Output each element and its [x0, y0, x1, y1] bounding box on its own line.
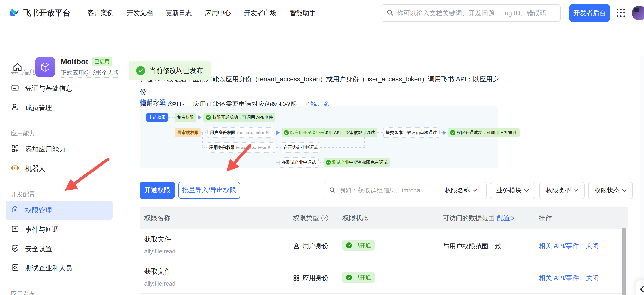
sidebar-item-security[interactable]: 安全设置: [6, 239, 112, 258]
flow-node-submit-review: 提交版本，管理员审核通过: [383, 128, 440, 138]
person-add-icon: [11, 103, 19, 113]
vertical-scrollbar[interactable]: [622, 227, 626, 295]
main-content: 权限管理 开通 API 权限后，应用才能以应用身份（tenant_access_…: [119, 56, 640, 295]
flow-success-text: 权限开通成功，可调用 API/事件: [457, 130, 517, 136]
search-field-label: 权限名称: [445, 186, 470, 195]
app-icon[interactable]: [35, 57, 55, 77]
status-label: 已开通: [354, 274, 371, 281]
filter-permission-type[interactable]: 权限类型: [539, 182, 585, 199]
nav-menu: 客户案例 开发文档 更新日志 应用中心 开发者广场 智能助手: [88, 9, 316, 18]
sidebar-item-members[interactable]: 成员管理: [6, 98, 112, 117]
test-free-text: 测试企业中所有权限免审调试: [332, 159, 388, 165]
global-search-box[interactable]: [381, 4, 561, 22]
nav-item-changelog[interactable]: 更新日志: [166, 9, 192, 18]
filter-business-module[interactable]: 业务模块: [490, 182, 535, 199]
tenant-token-code: tenant_access_token: [236, 146, 266, 149]
flow-connector: [320, 147, 365, 148]
flow-success-text: 权限开通成功，可调用 API/事件: [212, 114, 273, 120]
developer-console-button[interactable]: 开发者后台: [570, 4, 610, 22]
sidebar-item-add-capability[interactable]: 添加应用能力: [6, 140, 112, 159]
publish-status-pill: 当前修改均已发布: [128, 61, 211, 80]
sidebar-section-dev-config: 开发配置: [11, 190, 119, 198]
sidebar-item-label: 机器人: [25, 164, 46, 173]
sidebar-divider: [11, 284, 108, 284]
flow-connector: [201, 132, 207, 133]
check-circle-icon: [346, 274, 352, 280]
flow-connector: [170, 117, 171, 133]
feishu-logo[interactable]: 飞书开放平台: [9, 8, 70, 19]
flow-node-test-free: 测试企业中所有权限免审调试: [324, 158, 390, 167]
search-icon: [386, 9, 394, 17]
nav-item-dev-square[interactable]: 开发者广场: [244, 9, 276, 18]
user-avatar[interactable]: [632, 6, 644, 21]
sidebar-section-release: 应用发布: [11, 290, 119, 295]
related-api-link[interactable]: 相关 API/事件: [539, 241, 579, 250]
flow-row-3: 应用身份权限 tenant_access_token 调用 在正式企业中调试: [206, 142, 365, 153]
collapse-intro-link[interactable]: 收起介绍: [140, 98, 173, 107]
shield-check-icon: [11, 244, 19, 254]
global-search-input[interactable]: [397, 10, 555, 17]
flow-node-success-1: 权限开通成功，可调用 API/事件: [203, 113, 275, 122]
sidebar-item-permissions[interactable]: 权限管理: [6, 201, 112, 220]
nav-item-ai-assistant[interactable]: 智能助手: [290, 9, 316, 18]
filter-label: 权限类型: [546, 186, 571, 195]
chevron-up-icon: [168, 99, 173, 106]
home-icon[interactable]: [12, 62, 22, 72]
permission-name[interactable]: 获取文件: [144, 235, 171, 245]
table-row: 获取文件 aily:file:read 用户身份 已开通: [140, 229, 628, 261]
filter-permission-status[interactable]: 权限状态: [588, 182, 633, 199]
close-permission-link[interactable]: 关闭: [586, 274, 599, 283]
column-header-scope: 可访问的数据范围 配置: [443, 207, 514, 229]
scope-config-link[interactable]: 配置: [497, 214, 514, 223]
flow-node-dev-identity: 以应用开发者身份调用 API，免审核即可调试: [282, 128, 377, 137]
open-permission-button[interactable]: 开通权限: [140, 182, 175, 199]
apps-grid-icon[interactable]: [616, 9, 626, 18]
sidebar-item-bot[interactable]: 机器人: [6, 159, 112, 178]
nav-item-docs[interactable]: 开发文档: [127, 9, 153, 18]
help-icon[interactable]: ?: [321, 215, 328, 221]
table-header: 权限名称 权限类型 ? 权限状态 可访问的数据范围 配置 操作: [140, 207, 628, 229]
column-header-actions: 操作: [539, 207, 552, 229]
tenant-token-suffix: 调用: [267, 145, 274, 150]
sidebar-item-events[interactable]: 事件与回调: [6, 220, 112, 239]
permission-status-cell: 已开通: [342, 272, 374, 283]
app-identity-icon: [293, 275, 300, 281]
id-card-icon: [11, 83, 19, 94]
briefcase-lock-icon: [11, 205, 19, 215]
flow-node-user-identity: 用户身份权限 user_access_token 调用: [207, 128, 274, 138]
expand-panel-button[interactable]: [636, 280, 644, 295]
permission-search-box[interactable]: 权限名称: [324, 182, 487, 199]
permission-name[interactable]: 获取文件: [144, 267, 171, 277]
flow-node-formal-debug: 在正式企业中调试: [281, 142, 320, 153]
permission-code: aily:file:read: [144, 280, 176, 287]
flow-arrow-icon: [443, 130, 446, 135]
sidebar-item-credentials[interactable]: 凭证与基础信息: [6, 79, 112, 98]
flow-connector: [319, 162, 324, 163]
flow-node-apply: 申请权限: [146, 113, 168, 122]
permission-flow-diagram: 申请权限 免审权限 权限开通成功，可调用 API/事件 需审核权限 用户身份权限…: [140, 106, 498, 168]
sidebar: 基础信息 凭证与基础信息 成员管理 应用能力: [0, 56, 119, 295]
nav-item-app-center[interactable]: 应用中心: [205, 9, 231, 18]
batch-import-export-button[interactable]: 批量导入/导出权限: [178, 182, 240, 199]
sidebar-item-label: 事件与回调: [25, 225, 59, 234]
flow-connector: [440, 132, 443, 133]
search-field-selector[interactable]: 权限名称: [436, 186, 486, 195]
close-permission-link[interactable]: 关闭: [586, 241, 599, 250]
permission-search-input[interactable]: [339, 187, 433, 194]
app-subtitle[interactable]: 正式应用@飞书个人版: [61, 69, 119, 78]
nav-item-cases[interactable]: 客户案例: [88, 9, 114, 18]
sidebar-item-test-company[interactable]: 测试企业和人员: [6, 258, 112, 278]
check-circle-icon: [346, 242, 352, 248]
permission-code: aily:file:read: [144, 248, 176, 255]
related-api-link[interactable]: 相关 API/事件: [539, 274, 579, 283]
app-identity-label: 应用身份权限: [209, 145, 235, 150]
sidebar-section-capabilities: 应用能力: [11, 129, 119, 137]
check-circle-icon: [450, 130, 456, 135]
flow-node-need-review: 需审核权限: [175, 128, 201, 137]
feishu-logo-icon: [9, 8, 20, 19]
sidebar-item-label: 添加应用能力: [25, 145, 66, 154]
app-header-bar: Moltbot 已启用 正式应用@飞书个人版 当前修改均已发布: [0, 26, 644, 56]
permission-name-cell: 获取文件 aily:file:read: [144, 235, 176, 255]
flow-connector: [377, 132, 383, 133]
permission-type-cell: 应用身份: [293, 274, 328, 283]
